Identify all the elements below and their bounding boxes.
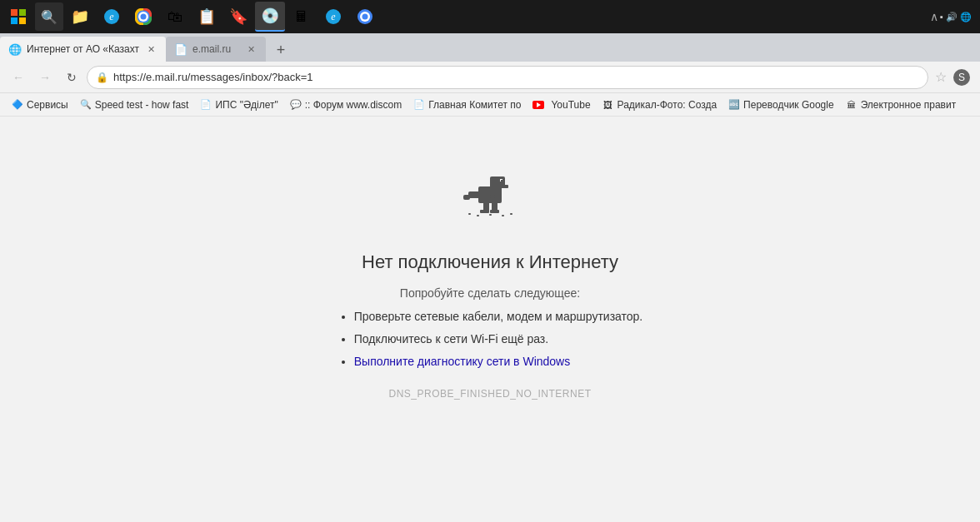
taskbar-file-explorer[interactable]: 📁 bbox=[65, 2, 95, 32]
security-icon: 🔒 bbox=[96, 72, 108, 83]
error-page: Нет подключения к Интернету Попробуйте с… bbox=[0, 117, 980, 522]
tab-bar: 🌐 Интернет от АО «Казахт ✕ 📄 e.mail.ru ✕… bbox=[0, 33, 980, 62]
tab-2-title: e.mail.ru bbox=[192, 43, 239, 55]
svg-rect-12 bbox=[478, 186, 502, 203]
taskbar-tray: ▪ 🔊 🌐 bbox=[940, 12, 977, 22]
extension-icon[interactable]: S bbox=[950, 66, 973, 89]
svg-rect-28 bbox=[510, 213, 512, 215]
back-button[interactable]: ← bbox=[7, 66, 30, 89]
bookmark-glavnaya-icon: 📄 bbox=[413, 99, 425, 111]
tab-2[interactable]: 📄 e.mail.ru ✕ bbox=[166, 37, 266, 62]
error-suggestion-header: Попробуйте сделать следующее: bbox=[400, 286, 580, 300]
error-diagnostics-link[interactable]: Выполните диагностику сети в Windows bbox=[354, 355, 570, 368]
bookmark-radical-icon: 🖼 bbox=[602, 99, 614, 111]
taskbar-ie[interactable]: e bbox=[97, 2, 127, 32]
bookmark-egov[interactable]: 🏛 Электронное правит bbox=[841, 97, 962, 112]
svg-rect-23 bbox=[490, 210, 499, 213]
taskbar-chrome[interactable] bbox=[128, 2, 158, 32]
bookmark-forum[interactable]: 💬 :: Форум www.discom bbox=[285, 97, 407, 112]
bookmark-youtube-label: YouTube bbox=[551, 99, 590, 111]
tab-1-favicon: 🌐 bbox=[8, 43, 22, 56]
bookmark-youtube-icon bbox=[532, 101, 544, 109]
taskbar-disk[interactable]: 💿 bbox=[255, 2, 285, 32]
bookmark-star[interactable]: ☆ bbox=[935, 69, 947, 85]
bookmark-forum-label: :: Форум www.discom bbox=[305, 99, 402, 111]
browser-window: 🌐 Интернет от АО «Казахт ✕ 📄 e.mail.ru ✕… bbox=[0, 33, 980, 522]
reload-button[interactable]: ↻ bbox=[60, 66, 83, 89]
svg-rect-25 bbox=[477, 215, 479, 216]
svg-rect-16 bbox=[502, 185, 508, 188]
svg-rect-18 bbox=[468, 191, 480, 198]
bookmark-translate[interactable]: 🔤 Переводчик Google bbox=[723, 97, 839, 112]
error-list: Проверьте сетевые кабели, модем и маршру… bbox=[338, 306, 643, 375]
svg-text:e: e bbox=[109, 11, 114, 22]
bookmark-radical[interactable]: 🖼 Радикал-Фото: Созда bbox=[598, 97, 722, 112]
new-tab-button[interactable]: + bbox=[269, 38, 292, 62]
tab-1-close[interactable]: ✕ bbox=[144, 42, 158, 56]
error-code: DNS_PROBE_FINISHED_NO_INTERNET bbox=[388, 388, 591, 400]
bookmark-speedtest-label: Speed test - how fast bbox=[95, 99, 189, 111]
bookmark-servisy-label: Сервисы bbox=[27, 99, 68, 111]
bookmark-forum-icon: 💬 bbox=[290, 99, 302, 111]
tray-time: ▪ 🔊 🌐 bbox=[940, 12, 972, 22]
svg-text:e: e bbox=[331, 11, 336, 22]
bookmark-radical-label: Радикал-Фото: Созда bbox=[618, 99, 718, 111]
error-title: Нет подключения к Интернету bbox=[362, 251, 618, 273]
error-suggestion-1: Проверьте сетевые кабели, модем и маршру… bbox=[354, 306, 643, 327]
bookmark-youtube[interactable]: YouTube bbox=[528, 97, 595, 112]
svg-text:S: S bbox=[958, 72, 965, 83]
svg-point-4 bbox=[141, 14, 147, 20]
bookmark-translate-label: Переводчик Google bbox=[743, 99, 834, 111]
start-button[interactable] bbox=[3, 2, 33, 32]
bookmark-speedtest-icon: 🔍 bbox=[80, 99, 92, 111]
bookmark-egov-label: Электронное правит bbox=[861, 99, 957, 111]
svg-rect-15 bbox=[501, 180, 502, 181]
bookmark-glavnaya-label: Главная Комитет по bbox=[428, 99, 521, 111]
bookmark-glavnaya[interactable]: 📄 Главная Комитет по bbox=[408, 97, 526, 112]
bookmarks-bar: 🔷 Сервисы 🔍 Speed test - how fast 📄 ИПС … bbox=[0, 93, 980, 117]
tab-1-title: Интернет от АО «Казахт bbox=[27, 43, 139, 55]
tab-2-close[interactable]: ✕ bbox=[244, 42, 258, 56]
taskbar-app2[interactable]: 🔖 bbox=[223, 2, 253, 32]
svg-rect-24 bbox=[468, 213, 471, 215]
svg-rect-19 bbox=[463, 195, 470, 200]
taskbar-calculator[interactable]: 🖩 bbox=[287, 2, 317, 32]
dino-icon bbox=[460, 167, 520, 226]
svg-point-9 bbox=[362, 14, 368, 20]
bookmark-servisy[interactable]: 🔷 Сервисы bbox=[7, 97, 73, 112]
bookmark-servisy-icon: 🔷 bbox=[12, 99, 23, 111]
svg-rect-22 bbox=[480, 210, 489, 213]
error-suggestion-2: Подключитесь к сети Wi-Fi ещё раз. bbox=[354, 329, 643, 350]
taskbar-show-hidden[interactable]: ∧ bbox=[930, 10, 938, 23]
svg-rect-26 bbox=[489, 214, 492, 216]
taskbar-chrome2[interactable] bbox=[350, 2, 380, 32]
bookmark-speedtest[interactable]: 🔍 Speed test - how fast bbox=[75, 97, 194, 112]
address-url-text: https://e.mail.ru/messages/inbox/?back=1 bbox=[113, 71, 919, 83]
taskbar-search[interactable]: 🔍 bbox=[35, 2, 63, 31]
error-suggestion-3: Выполните диагностику сети в Windows bbox=[354, 351, 643, 372]
tab-1[interactable]: 🌐 Интернет от АО «Казахт ✕ bbox=[0, 37, 166, 62]
bookmark-adilet-label: ИПС "Әділет" bbox=[215, 99, 278, 111]
bookmark-adilet-icon: 📄 bbox=[200, 99, 212, 111]
tab-2-favicon: 📄 bbox=[174, 43, 188, 56]
svg-rect-17 bbox=[490, 195, 495, 198]
forward-button[interactable]: → bbox=[33, 66, 57, 89]
bookmark-adilet[interactable]: 📄 ИПС "Әділет" bbox=[195, 97, 282, 112]
taskbar-store[interactable]: 🛍 bbox=[160, 2, 190, 32]
svg-rect-27 bbox=[502, 215, 504, 216]
bookmark-egov-icon: 🏛 bbox=[846, 99, 858, 111]
bookmark-translate-icon: 🔤 bbox=[728, 99, 740, 111]
taskbar: 🔍 📁 e 🛍 📋 🔖 💿 🖩 e ∧ ▪ 🔊 🌐 bbox=[0, 0, 980, 33]
taskbar-ie2[interactable]: e bbox=[318, 2, 348, 32]
address-bar[interactable]: 🔒 https://e.mail.ru/messages/inbox/?back… bbox=[87, 66, 928, 89]
taskbar-app1[interactable]: 📋 bbox=[192, 2, 222, 32]
nav-bar: ← → ↻ 🔒 https://e.mail.ru/messages/inbox… bbox=[0, 62, 980, 93]
